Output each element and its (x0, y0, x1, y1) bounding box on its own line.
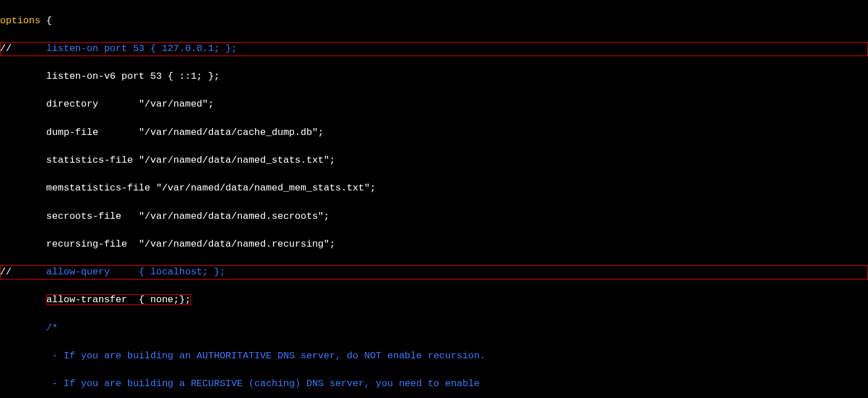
comment-line: - If you are building a RECURSIVE (cachi… (0, 377, 868, 391)
highlighted-line-allow-query: // allow-query { localhost; }; (0, 265, 868, 280)
code-line: memstatistics-file "/var/named/data/name… (0, 181, 868, 196)
code-line: statistics-file "/var/named/data/named_s… (0, 154, 868, 168)
comment-line: /* (0, 321, 868, 336)
text: { (40, 15, 52, 26)
code-line: directory "/var/named"; (0, 98, 868, 112)
commented-directive: listen-on port 53 { 127.0.0.1; }; (11, 43, 237, 54)
code-line: recursing-file "/var/named/data/named.re… (0, 238, 868, 252)
comment-slash: // (0, 266, 11, 277)
code-line: dump-file "/var/named/data/cache_dump.db… (0, 126, 868, 140)
commented-directive: allow-query { localhost; }; (11, 266, 225, 277)
comment-line: - If you are building an AUTHORITATIVE D… (0, 349, 868, 363)
highlighted-allow-transfer: allow-transfer { none;}; (46, 294, 191, 305)
code-line: allow-transfer { none;}; (0, 293, 868, 307)
keyword-options: options (0, 15, 40, 26)
code-line: options { (0, 14, 868, 28)
indent (0, 294, 46, 305)
code-line: secroots-file "/var/named/data/named.sec… (0, 210, 868, 224)
highlighted-line-listen-on: // listen-on port 53 { 127.0.0.1; }; (0, 42, 868, 56)
comment-slash: // (0, 43, 11, 54)
code-line: listen-on-v6 port 53 { ::1; }; (0, 70, 868, 84)
code-editor[interactable]: options { // listen-on port 53 { 127.0.0… (0, 0, 868, 398)
